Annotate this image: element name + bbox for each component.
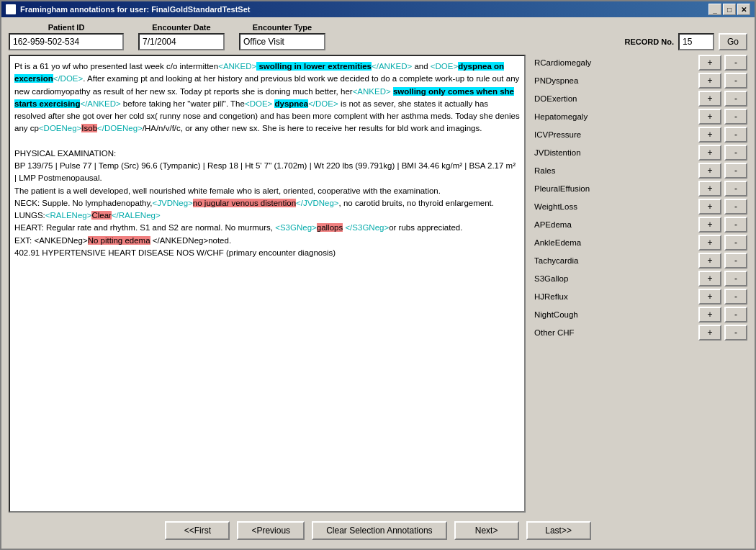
annotation-label-s3gallop: S3Gallop xyxy=(531,274,696,283)
annotation-row-pleuraleffusion: PleuralEffusion+- xyxy=(531,181,747,197)
annotation-plus-nightcough[interactable]: + xyxy=(698,307,721,323)
annotation-plus-rcardiomegaly[interactable]: + xyxy=(698,55,721,71)
encounter-date-group: Encounter Date xyxy=(138,23,225,50)
window-controls: _ □ ✕ xyxy=(708,4,750,15)
main-content: Patient ID Encounter Date Encounter Type… xyxy=(1,17,755,549)
annotation-plus-hjreflux[interactable]: + xyxy=(698,289,721,305)
annotation-row-jvdistention: JVDistention+- xyxy=(531,145,747,161)
annotation-minus-pleuraleffusion[interactable]: - xyxy=(724,181,747,197)
annotation-plus-icvpressure[interactable]: + xyxy=(698,127,721,143)
main-window: Framingham annotations for user: FinalGo… xyxy=(0,0,756,550)
annotation-label-weightloss: WeightLoss xyxy=(531,202,696,211)
clear-button[interactable]: Clear Selection Annotations xyxy=(312,521,446,540)
last-button[interactable]: Last>> xyxy=(526,521,591,540)
encounter-date-input[interactable] xyxy=(138,33,225,50)
annotation-row-s3gallop: S3Gallop+- xyxy=(531,271,747,287)
annotation-minus-tachycardia[interactable]: - xyxy=(724,253,747,269)
main-area: Pt is a 61 yo wf who presented last week… xyxy=(9,55,747,513)
annotation-row-rcardiomegaly: RCardiomegaly+- xyxy=(531,55,747,71)
annotation-minus-rcardiomegaly[interactable]: - xyxy=(724,55,747,71)
record-label: RECORD No. xyxy=(625,37,674,46)
annotation-row-nightcough: NightCough+- xyxy=(531,307,747,323)
maximize-button[interactable]: □ xyxy=(723,4,736,15)
go-button[interactable]: Go xyxy=(719,33,747,50)
annotation-minus-hjreflux[interactable]: - xyxy=(724,289,747,305)
annotation-label-ankleedema: AnkleEdema xyxy=(531,238,696,247)
annotation-plus-weightloss[interactable]: + xyxy=(698,199,721,215)
annotation-label-jvdistention: JVDistention xyxy=(531,148,696,157)
encounter-type-label: Encounter Type xyxy=(239,23,325,32)
annotation-label-doexertion: DOExertion xyxy=(531,94,696,103)
annotation-minus-apedema[interactable]: - xyxy=(724,217,747,233)
annotation-label-apedema: APEdema xyxy=(531,220,696,229)
encounter-type-input[interactable] xyxy=(239,33,325,50)
patient-id-group: Patient ID xyxy=(9,23,124,50)
annotation-plus-pleuraleffusion[interactable]: + xyxy=(698,181,721,197)
annotation-row-pndyspnea: PNDyspnea+- xyxy=(531,73,747,89)
annotation-minus-weightloss[interactable]: - xyxy=(724,199,747,215)
annotation-label-hepatomegaly: Hepatomegaly xyxy=(531,112,696,121)
patient-id-label: Patient ID xyxy=(9,23,124,32)
annotation-row-doexertion: DOExertion+- xyxy=(531,91,747,107)
annotation-plus-hepatomegaly[interactable]: + xyxy=(698,109,721,125)
window-icon xyxy=(6,4,16,14)
annotation-plus-pndyspnea[interactable]: + xyxy=(698,73,721,89)
title-bar: Framingham annotations for user: FinalGo… xyxy=(1,1,755,17)
annotation-minus-nightcough[interactable]: - xyxy=(724,307,747,323)
annotation-row-apedema: APEdema+- xyxy=(531,217,747,233)
annotation-plus-jvdistention[interactable]: + xyxy=(698,145,721,161)
annotation-label-icvpressure: ICVPressure xyxy=(531,130,696,139)
encounter-type-group: Encounter Type xyxy=(239,23,325,50)
annotation-label-pndyspnea: PNDyspnea xyxy=(531,76,696,85)
annotation-minus-doexertion[interactable]: - xyxy=(724,91,747,107)
record-group: RECORD No. Go xyxy=(625,33,747,50)
annotation-minus-s3gallop[interactable]: - xyxy=(724,271,747,287)
previous-button[interactable]: <Previous xyxy=(237,521,305,540)
annotation-row-icvpressure: ICVPressure+- xyxy=(531,127,747,143)
annotation-plus-s3gallop[interactable]: + xyxy=(698,271,721,287)
right-panel: RCardiomegaly+-PNDyspnea+-DOExertion+-He… xyxy=(531,55,747,513)
annotation-label-nightcough: NightCough xyxy=(531,310,696,319)
annotation-row-tachycardia: Tachycardia+- xyxy=(531,253,747,269)
first-button[interactable]: <<First xyxy=(165,521,230,540)
annotation-plus-tachycardia[interactable]: + xyxy=(698,253,721,269)
annotation-plus-apedema[interactable]: + xyxy=(698,217,721,233)
annotation-label-tachycardia: Tachycardia xyxy=(531,256,696,265)
annotation-label-otherchf: Other CHF xyxy=(531,328,696,337)
annotation-label-hjreflux: HJReflux xyxy=(531,292,696,301)
encounter-date-label: Encounter Date xyxy=(138,23,225,32)
annotation-minus-rales[interactable]: - xyxy=(724,163,747,179)
annotation-minus-hepatomegaly[interactable]: - xyxy=(724,109,747,125)
annotation-row-rales: Rales+- xyxy=(531,163,747,179)
annotation-label-rales: Rales xyxy=(531,166,696,175)
annotation-row-otherchf: Other CHF+- xyxy=(531,325,747,341)
annotation-plus-otherchf[interactable]: + xyxy=(698,325,721,341)
annotation-minus-icvpressure[interactable]: - xyxy=(724,127,747,143)
annotation-plus-rales[interactable]: + xyxy=(698,163,721,179)
header-row: Patient ID Encounter Date Encounter Type… xyxy=(9,23,747,50)
annotation-plus-ankleedema[interactable]: + xyxy=(698,235,721,251)
annotation-minus-otherchf[interactable]: - xyxy=(724,325,747,341)
annotation-minus-ankleedema[interactable]: - xyxy=(724,235,747,251)
footer-row: <<First <Previous Clear Selection Annota… xyxy=(9,517,747,543)
annotation-plus-doexertion[interactable]: + xyxy=(698,91,721,107)
text-panel[interactable]: Pt is a 61 yo wf who presented last week… xyxy=(9,55,526,513)
close-button[interactable]: ✕ xyxy=(737,4,750,15)
window-title: Framingham annotations for user: FinalGo… xyxy=(20,5,250,14)
patient-id-input[interactable] xyxy=(9,33,124,50)
annotation-row-hjreflux: HJReflux+- xyxy=(531,289,747,305)
annotation-label-rcardiomegaly: RCardiomegaly xyxy=(531,58,696,67)
next-button[interactable]: Next> xyxy=(454,521,519,540)
annotation-minus-pndyspnea[interactable]: - xyxy=(724,73,747,89)
annotation-row-hepatomegaly: Hepatomegaly+- xyxy=(531,109,747,125)
text-content: Pt is a 61 yo wf who presented last week… xyxy=(14,62,520,257)
annotation-minus-jvdistention[interactable]: - xyxy=(724,145,747,161)
minimize-button[interactable]: _ xyxy=(708,4,721,15)
annotation-row-ankleedema: AnkleEdema+- xyxy=(531,235,747,251)
annotation-label-pleuraleffusion: PleuralEffusion xyxy=(531,184,696,193)
annotation-row-weightloss: WeightLoss+- xyxy=(531,199,747,215)
record-input[interactable] xyxy=(678,33,714,50)
